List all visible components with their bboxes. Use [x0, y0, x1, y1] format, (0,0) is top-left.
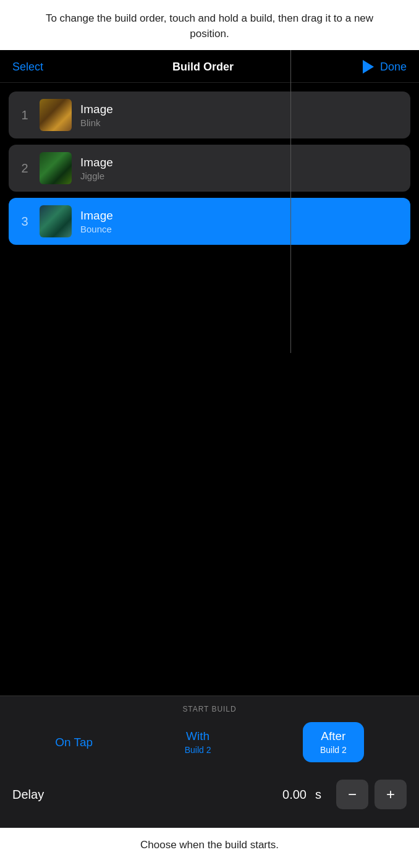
start-build-label: START BUILD: [0, 696, 419, 720]
build-label: Image: [80, 156, 113, 169]
build-thumbnail: [40, 152, 72, 184]
build-number: 3: [19, 215, 31, 229]
build-sublabel: Blink: [80, 117, 113, 128]
delay-plus-button[interactable]: +: [375, 780, 407, 809]
option-label-line1: On Tap: [55, 736, 93, 749]
option-label-line1: After: [321, 730, 345, 743]
start-option-after-build[interactable]: After Build 2: [303, 722, 364, 762]
build-number: 1: [19, 108, 31, 122]
build-list: 1 Image Blink 2 Image Jiggle 3 Image Bou…: [0, 83, 419, 245]
empty-area: [0, 245, 419, 696]
minus-icon: −: [348, 787, 357, 802]
page-title: Build Order: [172, 61, 234, 74]
bottom-tooltip: Choose when the build starts.: [0, 828, 419, 868]
build-info: Image Blink: [80, 103, 113, 128]
header-right: Done: [363, 60, 407, 74]
build-label: Image: [80, 103, 113, 116]
start-option-with-build[interactable]: With Build 2: [185, 730, 211, 755]
option-label-line2: Build 2: [320, 745, 347, 755]
build-info: Image Jiggle: [80, 156, 113, 181]
build-thumbnail: [40, 99, 72, 131]
build-thumbnail: [40, 205, 72, 237]
delay-value: 0.00: [282, 788, 307, 802]
top-tooltip: To change the build order, touch and hol…: [0, 0, 419, 50]
build-item[interactable]: 3 Image Bounce: [9, 198, 410, 245]
done-button[interactable]: Done: [380, 61, 407, 74]
bottom-panel: START BUILD On Tap With Build 2 After Bu…: [0, 696, 419, 828]
start-build-options: On Tap With Build 2 After Build 2: [0, 720, 419, 773]
build-label: Image: [80, 209, 113, 223]
build-info: Image Bounce: [80, 209, 113, 234]
start-option-on-tap[interactable]: On Tap: [55, 736, 93, 749]
option-label-line1: With: [186, 730, 210, 743]
delay-minus-button[interactable]: −: [336, 780, 368, 809]
build-item[interactable]: 1 Image Blink: [9, 91, 410, 138]
delay-label: Delay: [12, 788, 276, 802]
select-button[interactable]: Select: [12, 61, 43, 74]
delay-row: Delay 0.00 s − +: [0, 773, 419, 815]
main-panel: Select Build Order Done 1 Image Blink 2 …: [0, 50, 419, 828]
build-sublabel: Jiggle: [80, 171, 113, 181]
build-item[interactable]: 2 Image Jiggle: [9, 145, 410, 192]
build-number: 2: [19, 161, 31, 176]
option-label-line2: Build 2: [185, 745, 211, 755]
play-button[interactable]: [363, 60, 374, 74]
plus-icon: +: [386, 787, 395, 802]
header: Select Build Order Done: [0, 50, 419, 83]
build-sublabel: Bounce: [80, 224, 113, 234]
delay-unit: s: [315, 788, 321, 802]
